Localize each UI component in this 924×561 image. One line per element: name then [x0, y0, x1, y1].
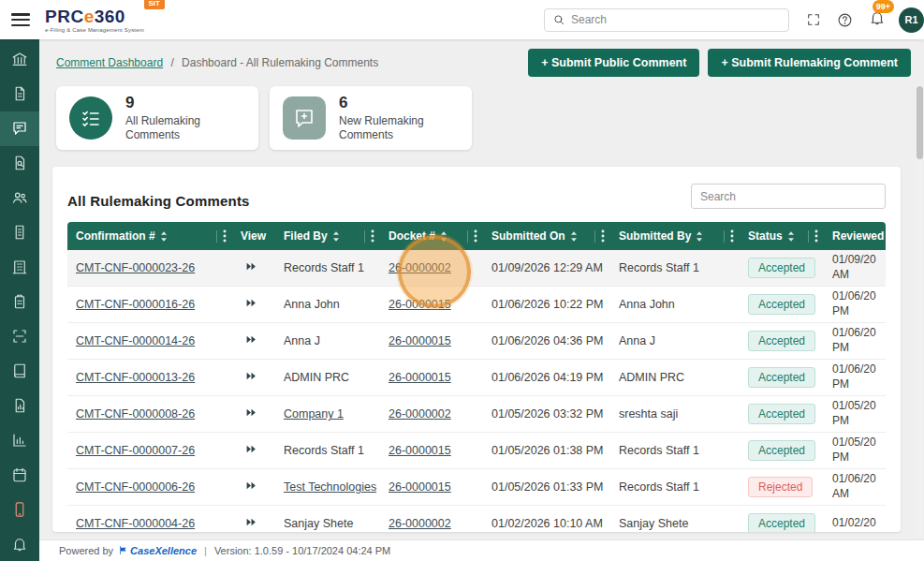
status-cell: Rejected [740, 477, 824, 497]
docket-link[interactable]: 26-0000002 [389, 407, 451, 421]
table-row: CMT-CNF-0000016-26Anna John26-000001501/… [67, 287, 886, 323]
global-search[interactable] [544, 8, 789, 32]
confirmation-link[interactable]: CMT-CNF-0000023-26 [76, 261, 195, 274]
column-menu-icon[interactable] [814, 229, 819, 243]
view-icon[interactable] [245, 333, 257, 348]
confirmation-link[interactable]: CMT-CNF-0000007-26 [76, 444, 195, 457]
view-icon[interactable] [245, 516, 257, 531]
table-search-input[interactable] [691, 184, 886, 209]
view-icon[interactable] [245, 370, 257, 385]
confirmation-link[interactable]: CMT-CNF-0000006-26 [76, 480, 195, 494]
column-menu-icon[interactable] [729, 229, 735, 243]
sort-icon[interactable] [332, 231, 340, 242]
reviewed-cell: 01/02/20 [824, 516, 886, 531]
docket-link[interactable]: 26-0000002 [389, 261, 451, 274]
user-avatar[interactable]: R1 [899, 7, 924, 33]
stat-value: 9 [125, 94, 234, 112]
docket-link[interactable]: 26-0000015 [389, 371, 451, 384]
column-divider [808, 230, 809, 243]
filed-by-link[interactable]: Company 1 [284, 407, 344, 421]
filed-by-link[interactable]: Test Technologies [284, 480, 376, 494]
view-icon[interactable] [245, 297, 257, 312]
view-icon[interactable] [245, 480, 257, 495]
column-header-status[interactable]: Status [740, 222, 824, 250]
view-icon[interactable] [245, 443, 257, 458]
confirmation-link[interactable]: CMT-CNF-0000008-26 [76, 407, 195, 421]
sort-icon[interactable] [787, 231, 795, 242]
confirmation-link[interactable]: CMT-CNF-0000016-26 [76, 298, 195, 311]
sidebar-item-file-search[interactable] [0, 146, 39, 181]
sidebar-item-file-report[interactable] [0, 388, 39, 422]
view-icon[interactable] [245, 406, 257, 421]
sidebar-item-comments[interactable] [0, 111, 39, 146]
sidebar-item-building[interactable] [0, 250, 39, 285]
view-icon[interactable] [245, 260, 257, 275]
casexellence-brand[interactable]: CaseXellence [118, 545, 197, 557]
file-text-icon [11, 85, 28, 102]
column-label: Submitted On [491, 229, 565, 243]
table-row: CMT-CNF-0000014-26Anna J26-000001501/06/… [67, 323, 886, 360]
sidebar-item-book[interactable] [0, 353, 39, 388]
confirmation-link[interactable]: CMT-CNF-0000013-26 [76, 371, 195, 384]
docket-link[interactable]: 26-0000015 [389, 444, 451, 457]
column-header-submitted-on[interactable]: Submitted On [483, 222, 610, 250]
help-icon[interactable] [837, 12, 853, 28]
column-header-submitted-by[interactable]: Submitted By [610, 222, 740, 250]
submitted-on-cell: 01/06/2026 10:22 PM [483, 298, 610, 311]
file-lines-icon [11, 224, 28, 241]
main-content: Comment Dashboard / Dashboard - All Rule… [39, 39, 924, 561]
docket-link[interactable]: 26-0000015 [389, 298, 451, 311]
scrollbar-thumb[interactable] [917, 86, 923, 159]
confirmation-cell: CMT-CNF-0000016-26 [67, 298, 232, 311]
submit-public-comment-button[interactable]: + Submit Public Comment [528, 49, 699, 77]
sidebar-item-users[interactable] [0, 181, 39, 215]
fullscreen-icon[interactable] [806, 12, 821, 27]
app-logo[interactable]: PRCe360 e-Filing & Case Management Syste… [45, 7, 144, 33]
vertical-scrollbar[interactable] [917, 84, 923, 537]
column-menu-icon[interactable] [370, 229, 375, 243]
sidebar-item-feedback[interactable] [0, 492, 39, 526]
menu-icon[interactable] [11, 13, 30, 26]
docket-cell: 26-0000015 [380, 334, 483, 347]
confirmation-cell: CMT-CNF-0000008-26 [67, 407, 232, 421]
view-cell [232, 260, 275, 275]
sidebar-item-calendar[interactable] [0, 457, 39, 492]
sidebar-item-chart[interactable] [0, 422, 39, 457]
submit-rulemaking-comment-button[interactable]: + Submit Rulemaking Comment [708, 49, 911, 77]
stat-cards: 9 All Rulemaking Comments 6 New Rulemaki… [56, 86, 472, 150]
column-menu-icon[interactable] [600, 229, 606, 243]
status-cell: Accepted [740, 331, 824, 351]
sidebar-item-file-lines[interactable] [0, 215, 39, 250]
confirmation-link[interactable]: CMT-CNF-0000004-26 [76, 517, 195, 530]
page-footer: Powered by CaseXellence | Version: 1.0.5… [39, 539, 924, 561]
reviewed-cell: 01/05/20 PM [824, 399, 886, 428]
filed-by-cell: Test Technologies [275, 480, 380, 494]
confirmation-link[interactable]: CMT-CNF-0000014-26 [76, 334, 195, 347]
view-cell [232, 297, 275, 312]
notifications-bell-icon[interactable]: 99+ [869, 9, 886, 30]
docket-link[interactable]: 26-0000015 [389, 334, 451, 347]
sort-icon[interactable] [440, 231, 447, 242]
sidebar-item-file-text[interactable] [0, 77, 39, 111]
column-header-confirmation[interactable]: Confirmation # [67, 222, 232, 250]
column-menu-icon[interactable] [222, 229, 227, 243]
sidebar-item-clipboard[interactable] [0, 285, 39, 319]
docket-link[interactable]: 26-0000015 [389, 480, 451, 494]
column-header-reviewed[interactable]: Reviewed [824, 222, 886, 250]
sort-icon[interactable] [696, 231, 703, 242]
column-header-view[interactable]: View [232, 222, 275, 250]
column-menu-icon[interactable] [473, 229, 478, 243]
sort-icon[interactable] [160, 231, 168, 242]
column-header-docket[interactable]: Docket # [380, 222, 483, 250]
column-header-filed-by[interactable]: Filed By [275, 222, 380, 250]
clipboard-icon [11, 293, 28, 310]
sidebar-item-bell[interactable] [0, 526, 39, 561]
breadcrumb-root-link[interactable]: Comment Dashboard [56, 56, 163, 69]
sidebar-item-scan[interactable] [0, 319, 39, 354]
table-row: CMT-CNF-0000023-26Records Staff 126-0000… [67, 250, 886, 287]
rulemaking-comments-table: Confirmation #ViewFiled ByDocket #Submit… [67, 222, 886, 532]
docket-link[interactable]: 26-0000002 [389, 517, 451, 530]
sidebar-item-bank[interactable] [0, 42, 39, 77]
global-search-input[interactable] [571, 13, 781, 26]
sort-icon[interactable] [570, 231, 578, 242]
